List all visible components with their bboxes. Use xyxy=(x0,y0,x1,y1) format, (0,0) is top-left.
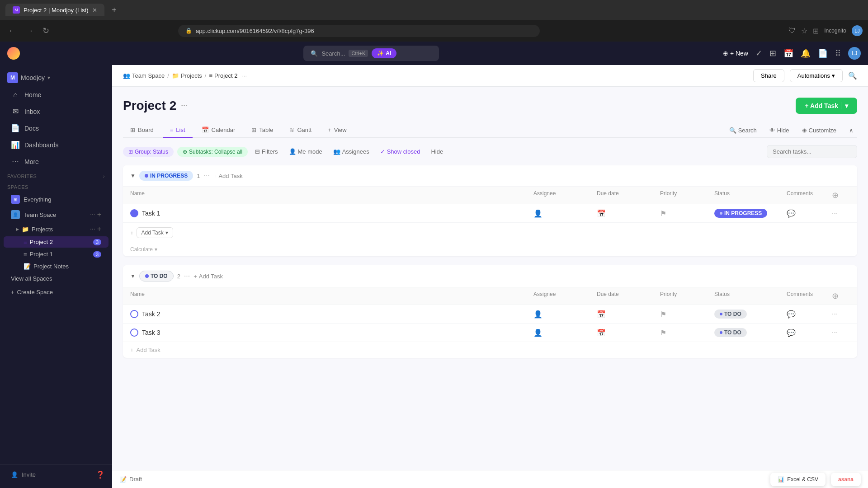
team-space-add-icon[interactable]: + xyxy=(97,211,101,219)
automations-button[interactable]: Automations ▾ xyxy=(790,69,843,82)
in-progress-group-dots-icon[interactable]: ··· xyxy=(203,172,209,180)
sidebar-item-project2[interactable]: ≡ Project 2 3 xyxy=(4,236,108,248)
breadcrumb-dots[interactable]: ··· xyxy=(242,72,247,79)
new-tab-button[interactable]: + xyxy=(108,4,121,16)
projects-add-icon[interactable]: + xyxy=(97,225,101,233)
collapse-action[interactable]: ∧ xyxy=(845,125,857,136)
forward-button[interactable]: → xyxy=(23,24,36,38)
task1-row-actions[interactable]: ··· xyxy=(832,209,850,217)
favorites-expand-icon[interactable]: › xyxy=(103,174,105,179)
sidebar-item-view-all-spaces[interactable]: View all Spaces xyxy=(4,273,108,284)
tab-add-view[interactable]: + View xyxy=(321,123,354,138)
task1-comments-cell[interactable]: 💬 xyxy=(787,209,832,218)
task3-duedate-cell[interactable]: 📅 xyxy=(597,328,660,337)
share-button[interactable]: Share xyxy=(753,69,784,82)
sidebar-item-team-space[interactable]: 👤 Team Space ··· + xyxy=(4,207,108,222)
team-space-dots-icon[interactable]: ··· xyxy=(90,211,95,219)
search-action[interactable]: 🔍 Search xyxy=(726,125,760,136)
task3-row-actions[interactable]: ··· xyxy=(832,328,850,337)
show-closed-button[interactable]: ✓ Show closed xyxy=(377,146,424,157)
assignees-button[interactable]: 👥 Assignees xyxy=(330,146,373,157)
page-title-dots[interactable]: ··· xyxy=(181,101,188,111)
task2-assignee-cell[interactable]: 👤 xyxy=(533,310,597,319)
calendar-icon[interactable]: 📅 xyxy=(783,48,793,58)
in-progress-chevron-icon[interactable]: ▼ xyxy=(130,173,136,179)
me-mode-button[interactable]: 👤 Me mode xyxy=(285,146,326,157)
sidebar-item-inbox[interactable]: ✉ Inbox xyxy=(4,103,108,119)
tab-board[interactable]: ⊞ Board xyxy=(123,123,161,138)
to-do-chevron-icon[interactable]: ▼ xyxy=(130,273,136,279)
ai-button[interactable]: ✨ AI xyxy=(372,48,396,58)
help-icon[interactable]: ❓ xyxy=(96,470,105,479)
check-icon[interactable]: ✓ xyxy=(755,48,762,58)
bell-icon[interactable]: 🔔 xyxy=(801,48,811,58)
table-row[interactable]: Task 1 👤 📅 ⚑ xyxy=(123,204,857,222)
grid-icon[interactable]: ⠿ xyxy=(835,48,841,58)
filter-subtasks[interactable]: ⊕ Subtasks: Collapse all xyxy=(177,147,248,157)
user-profile-icon[interactable]: LJ xyxy=(852,25,863,36)
workspace-selector[interactable]: M Moodjoy ▾ xyxy=(0,69,112,87)
task2-row-actions[interactable]: ··· xyxy=(832,310,850,318)
in-progress-add-task-row[interactable]: + Add Task ▾ xyxy=(123,222,857,243)
sidebar-item-project1[interactable]: ≡ Project 1 3 xyxy=(4,249,108,260)
sidebar-item-more[interactable]: ⋯ More xyxy=(4,154,108,169)
sidebar-item-projects[interactable]: ▸ 📁 Projects ··· + xyxy=(4,223,108,235)
breadcrumb-project2[interactable]: ≡ Project 2 xyxy=(209,72,237,79)
filter-group-status[interactable]: ⊞ Group: Status xyxy=(123,147,174,157)
col-add-inprogress[interactable]: ⊕ xyxy=(832,190,850,200)
refresh-button[interactable]: ↻ xyxy=(40,24,52,38)
user-avatar[interactable]: LJ xyxy=(848,47,861,60)
task2-status-cell[interactable]: TO DO xyxy=(714,310,787,319)
task1-assignee-cell[interactable]: 👤 xyxy=(533,209,597,218)
tab-gantt[interactable]: ≋ Gantt xyxy=(282,123,319,138)
col-add-todo[interactable]: ⊕ xyxy=(832,291,850,301)
star-icon[interactable]: ☆ xyxy=(801,27,807,35)
back-button[interactable]: ← xyxy=(5,24,19,38)
table-icon[interactable]: ⊞ xyxy=(769,48,776,58)
in-progress-calculate-row[interactable]: Calculate ▾ xyxy=(123,243,857,256)
sidebar-item-project-notes[interactable]: 📝 Project Notes xyxy=(4,261,108,272)
task2-priority-cell[interactable]: ⚑ xyxy=(660,310,714,319)
task3-status-cell[interactable]: TO DO xyxy=(714,328,787,337)
task-group-to-do-header[interactable]: ▼ TO DO 2 ··· + Add Task xyxy=(123,265,857,287)
sidebar-item-home[interactable]: ⌂ Home xyxy=(4,87,108,103)
task1-status-cell[interactable]: IN PROGRESS xyxy=(714,209,787,218)
in-progress-add-task-btn[interactable]: + Add Task xyxy=(213,173,243,179)
to-do-add-task-row[interactable]: + Add Task xyxy=(123,342,857,358)
excel-csv-widget[interactable]: 📊 Excel & CSV xyxy=(770,473,826,486)
tab-calendar[interactable]: 📅 Calendar xyxy=(194,123,243,138)
breadcrumb-team-space[interactable]: 👥 Team Space xyxy=(123,72,165,79)
task3-comments-cell[interactable]: 💬 xyxy=(787,328,832,337)
task1-priority-cell[interactable]: ⚑ xyxy=(660,209,714,218)
task3-priority-cell[interactable]: ⚑ xyxy=(660,328,714,337)
browser-layout-icon[interactable]: ⊞ xyxy=(813,27,819,35)
sidebar-item-docs[interactable]: 📄 Docs xyxy=(4,120,108,136)
breadcrumb-projects[interactable]: 📁 Projects xyxy=(172,72,202,79)
task2-comments-cell[interactable]: 💬 xyxy=(787,310,832,319)
task-group-in-progress-header[interactable]: ▼ IN PROGRESS 1 ··· + Add Task xyxy=(123,165,857,186)
breadcrumb-search-icon[interactable]: 🔍 xyxy=(848,71,857,80)
draft-button[interactable]: 📝 Draft xyxy=(119,476,142,483)
invite-button[interactable]: 👤 Invite xyxy=(7,469,39,481)
task3-assignee-cell[interactable]: 👤 xyxy=(533,328,597,337)
to-do-add-task-btn[interactable]: + Add Task xyxy=(193,273,223,280)
projects-dots-icon[interactable]: ··· xyxy=(90,225,95,233)
customize-action[interactable]: ⊕ Customize xyxy=(798,125,840,136)
browser-tab[interactable]: M Project 2 | Moodjoy (List) ✕ xyxy=(5,4,104,16)
table-row[interactable]: Task 2 👤 📅 ⚑ xyxy=(123,305,857,323)
tab-close-icon[interactable]: ✕ xyxy=(92,7,97,14)
search-tasks-input[interactable] xyxy=(767,145,857,158)
add-task-dropdown[interactable]: Add Task ▾ xyxy=(137,227,173,238)
task2-duedate-cell[interactable]: 📅 xyxy=(597,310,660,319)
to-do-group-dots-icon[interactable]: ··· xyxy=(184,272,190,280)
address-bar[interactable]: 🔒 app.clickup.com/9016164592/v/l/8cpfg7g… xyxy=(178,25,540,37)
hide-filter-button[interactable]: Hide xyxy=(427,146,447,157)
sidebar-item-dashboards[interactable]: 📊 Dashboards xyxy=(4,137,108,153)
new-button[interactable]: ⊕ + New xyxy=(723,50,748,57)
filters-button[interactable]: ⊟ Filters xyxy=(251,146,281,157)
search-bar[interactable]: 🔍 Search... Ctrl+K ✨ AI xyxy=(303,46,439,61)
tab-list[interactable]: ≡ List xyxy=(163,123,193,138)
sidebar-item-create-space[interactable]: + Create Space xyxy=(4,286,108,298)
sidebar-item-everything[interactable]: ⊞ Everything xyxy=(4,192,108,206)
add-task-main-button[interactable]: + Add Task ▾ xyxy=(796,98,857,114)
